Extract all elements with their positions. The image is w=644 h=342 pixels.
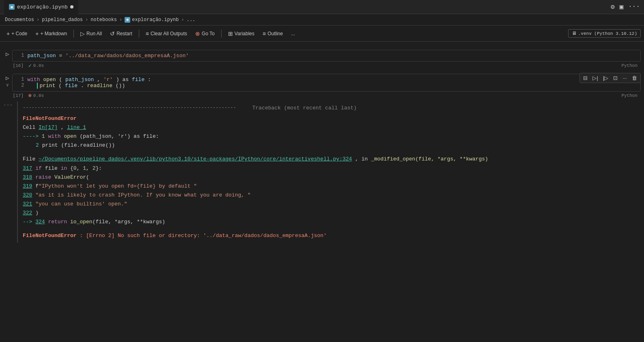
goto-button[interactable]: ⊗ Go To	[192, 29, 218, 38]
run-all-icon: ▷	[80, 30, 85, 37]
title-bar-actions: ⚙ ▣ ···	[611, 3, 640, 11]
var-path: path_json	[65, 77, 94, 83]
file-keyword: File	[23, 156, 39, 162]
cell-17-line-1: 1 with open ( path_json , 'r' ) as file …	[17, 77, 635, 83]
link-324[interactable]: 324	[35, 219, 45, 225]
traceback-label: Traceback (most recent call last)	[252, 104, 357, 113]
cell-ref-link[interactable]: In[17]	[39, 124, 58, 130]
cell-17-footer: [17] ⊗ 0.0s Python	[4, 92, 641, 100]
str-r: 'r'	[103, 77, 113, 83]
cell-17-line-2: 2 print ( file . readline ())	[17, 83, 635, 89]
file-in-text: , in	[355, 156, 371, 162]
exec-num-17: [17]	[7, 93, 24, 98]
interrupt-button[interactable]: ⊟	[582, 74, 589, 82]
kernel-info: 🖥 .venv (Python 3.10.12)	[568, 29, 641, 38]
run-cell-16-button[interactable]: ▷	[4, 50, 11, 58]
tab-exploração[interactable]: ▣ exploração.ipynb	[4, 0, 78, 14]
run-cell-17-button[interactable]: ▷	[4, 74, 11, 82]
more-button[interactable]: ...	[288, 29, 298, 38]
add-code-button[interactable]: + + Code	[3, 29, 30, 38]
layout-icon[interactable]: ▣	[620, 3, 624, 11]
var-path-json: path_json	[27, 53, 56, 59]
fn-readline: readline	[87, 83, 112, 89]
kernel-screen-icon: 🖥	[572, 30, 577, 36]
line-324-text: return io_open(file, *args, **kwargs)	[48, 219, 165, 225]
exec-time-17: 0.0s	[33, 93, 44, 98]
cell-more-button[interactable]: ···	[621, 74, 629, 82]
tab-label: exploração.ipynb	[17, 4, 68, 10]
variables-icon: ⊞	[228, 30, 233, 37]
link-320[interactable]: 320	[23, 192, 32, 198]
run-above-button[interactable]: ▷|	[591, 74, 599, 82]
arrow-324: -->	[23, 219, 35, 225]
file-fn-name: _modified_open(file, *args, **kwargs)	[371, 156, 488, 162]
cell-17-lang: Python	[621, 93, 638, 98]
cell-16-lang: Python	[621, 63, 638, 68]
breadcrumb-file[interactable]: exploração.ipynb	[132, 17, 179, 23]
link-321[interactable]: 321	[23, 201, 32, 207]
line-320: 320 "as it is likely to crash IPython. I…	[23, 191, 634, 200]
kernel-badge[interactable]: 🖥 .venv (Python 3.10.12)	[568, 29, 641, 38]
divider3	[221, 30, 222, 38]
notebook-area: ▷ 1 path_json = '../data_raw/dados/dados…	[0, 42, 644, 342]
exec-time-16: 0.0s	[33, 63, 44, 68]
cell-17-status: ⊗ 0.0s	[27, 92, 44, 99]
delete-button[interactable]: 🗑	[630, 74, 639, 82]
more-dots-icon: ...	[291, 31, 295, 36]
restart-icon: ↺	[110, 30, 115, 37]
str-path: '../data_raw/dados/dados_empresaA.json'	[65, 53, 189, 59]
op-dot: .	[81, 83, 84, 89]
breadcrumb-more[interactable]: ...	[187, 17, 196, 23]
cell-16-status: ✓ 0.0s	[27, 62, 44, 69]
add-markdown-label: + Markdown	[40, 31, 67, 36]
divider1	[73, 30, 74, 38]
cell-ref-line-link[interactable]: line 1	[67, 124, 86, 130]
line-320-text: "as it is likely to crash IPython. If yo…	[35, 192, 251, 198]
add-markdown-button[interactable]: + + Markdown	[32, 29, 70, 38]
split-button[interactable]: ⊡	[612, 74, 619, 82]
link-317[interactable]: 317	[23, 165, 32, 171]
link-319[interactable]: 319	[23, 183, 32, 189]
dashes-line: ----------------------------------------…	[23, 104, 236, 113]
settings-icon[interactable]: ⚙	[611, 3, 615, 11]
sep1: ›	[37, 17, 39, 23]
arrow-line-2: 2 print (file.readline())	[23, 141, 634, 150]
var-file2: file	[65, 83, 78, 89]
line-318-text: raise ValueError(	[35, 174, 89, 180]
variables-button[interactable]: ⊞ Variables	[225, 29, 258, 38]
output-section: ··· ------------------------------------…	[0, 101, 644, 243]
file-line: File ~/Documentos/pipeline_dados/.venv/l…	[23, 155, 634, 164]
op-assign: =	[59, 53, 65, 59]
link-322[interactable]: 322	[23, 210, 32, 216]
final-error-line: FileNotFoundError : [Errno 2] No such fi…	[23, 231, 634, 240]
clear-outputs-button[interactable]: ≡ Clear All Outputs	[142, 29, 190, 38]
line-num-2-1: 1	[17, 77, 24, 83]
line-content-1: path_json = '../data_raw/dados/dados_emp…	[27, 53, 189, 59]
fn-open: open	[43, 77, 56, 83]
more-icon[interactable]: ···	[628, 3, 640, 11]
kw-with: with	[27, 77, 43, 83]
run-all-button[interactable]: ▷ Run All	[77, 29, 105, 38]
cell-ref-text: Cell	[23, 124, 39, 130]
breadcrumb-notebooks[interactable]: notebooks	[90, 17, 117, 23]
line-321-text: "you can use builtins' open."	[35, 201, 127, 207]
op-paren2: (	[58, 83, 62, 89]
cell-ref-line-text: ,	[61, 124, 67, 130]
arrow-fn-open: open	[64, 133, 76, 139]
final-error-msg: : [Errno 2] No such file or directory: '…	[80, 233, 327, 239]
toolbar: + + Code + + Markdown ▷ Run All ↺ Restar…	[0, 26, 644, 42]
final-error-type: FileNotFoundError	[23, 233, 77, 239]
run-below-button[interactable]: |▷	[601, 74, 610, 82]
outline-label: Outline	[267, 31, 283, 36]
expand-icon[interactable]: ∨	[6, 82, 9, 88]
breadcrumb-pipeline[interactable]: pipeline_dados	[42, 17, 83, 23]
link-318[interactable]: 318	[23, 174, 32, 180]
outline-button[interactable]: ≡ Outline	[259, 29, 286, 38]
line-321: 321 "you can use builtins' open."	[23, 200, 634, 209]
file-path-link[interactable]: ~/Documentos/pipeline_dados/.venv/lib/py…	[39, 156, 352, 162]
arrow-2-num: 2	[36, 142, 39, 148]
restart-button[interactable]: ↺ Restart	[107, 29, 136, 38]
sep3: ›	[119, 17, 122, 23]
breadcrumb-documentos[interactable]: Documentos	[5, 17, 34, 23]
arrow-1-num: 1	[42, 133, 48, 139]
